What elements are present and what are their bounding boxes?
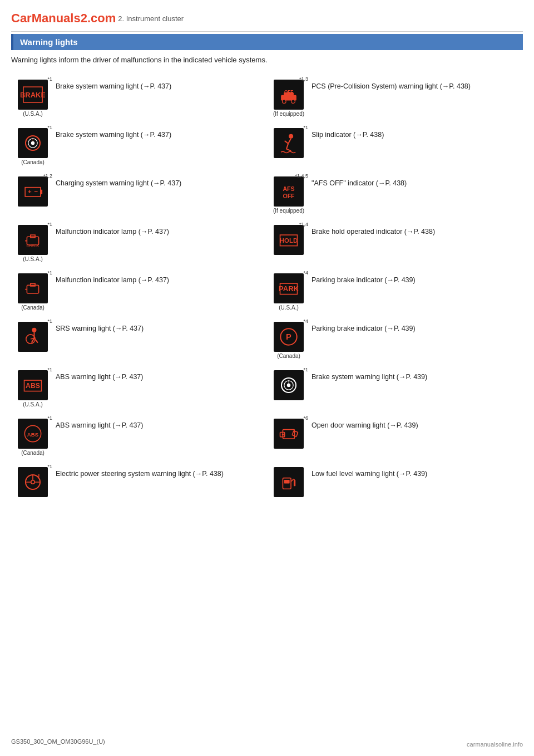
icon-wrapper-brake-canada: *1 ! (Canada) bbox=[16, 128, 50, 165]
icon-wrapper-door: *6 bbox=[271, 419, 306, 450]
item-description: Low fuel level warning light (→P. 439) bbox=[312, 467, 518, 479]
park-canada-svg: P bbox=[276, 325, 301, 349]
svg-rect-78 bbox=[284, 480, 290, 484]
list-item: *1 BRAKE (U.S.A.) Brake system warning l… bbox=[11, 74, 267, 122]
footer-doc-id: GS350_300_OM_OM30G96U_(U) bbox=[11, 738, 105, 745]
logo-carmanuals[interactable]: CarManuals2.com bbox=[11, 11, 116, 26]
icon-brake-sys: ! bbox=[274, 370, 304, 400]
icon-fuel bbox=[274, 467, 304, 497]
icon-abs-canada: ABS bbox=[18, 419, 48, 449]
list-item: *1 ! Electric power steering system bbox=[11, 462, 267, 506]
item-description: "AFS OFF" indicator (→P. 438) bbox=[312, 176, 518, 189]
svg-text:AFS: AFS bbox=[283, 185, 294, 192]
fuel-svg bbox=[276, 470, 301, 494]
watermark: carmanualsoline.info bbox=[467, 741, 523, 748]
svg-text:ABS: ABS bbox=[26, 382, 40, 390]
hold-svg: HOLD bbox=[276, 228, 301, 252]
icon-hold: HOLD bbox=[274, 225, 304, 255]
svg-point-44 bbox=[32, 328, 36, 332]
svg-point-15 bbox=[289, 134, 293, 139]
item-description: PCS (Pre-Collision System) warning light… bbox=[312, 80, 518, 92]
eps-svg: ! bbox=[21, 470, 45, 494]
svg-rect-81 bbox=[294, 480, 295, 486]
superscript: *1 bbox=[47, 464, 52, 469]
abs-usa-svg: ABS bbox=[21, 373, 45, 397]
superscript: *6 bbox=[303, 415, 308, 421]
svg-text:−: − bbox=[34, 188, 38, 195]
svg-point-60 bbox=[287, 384, 291, 387]
svg-text:PARK: PARK bbox=[279, 284, 299, 293]
svg-point-7 bbox=[283, 100, 286, 104]
svg-rect-36 bbox=[21, 276, 45, 301]
icon-wrapper-brake-sys: *1 ! bbox=[271, 370, 306, 401]
icon-brake-canada: ! bbox=[18, 128, 48, 158]
svg-text:BRAKE: BRAKE bbox=[21, 91, 45, 99]
svg-point-13 bbox=[31, 141, 35, 145]
item-description: Brake hold operated indicator (→P. 438) bbox=[312, 225, 518, 237]
list-item: *6 Open door warning light (→P. 439) bbox=[267, 413, 523, 462]
item-description: Electric power steering system warning l… bbox=[56, 467, 263, 479]
icon-wrapper-check-canada: *1 (Canada) bbox=[16, 273, 50, 311]
label-below: (Canada) bbox=[21, 450, 44, 456]
check-usa-svg: CHECK bbox=[21, 228, 45, 252]
svg-rect-22 bbox=[41, 190, 42, 194]
svg-rect-28 bbox=[21, 228, 45, 252]
item-description: Parking brake indicator (→P. 439) bbox=[312, 322, 518, 334]
brake-canada-svg: ! bbox=[21, 131, 45, 155]
svg-rect-69 bbox=[21, 470, 45, 494]
list-item: *4 PARK (U.S.A.) Parking brake indicator… bbox=[267, 268, 523, 316]
icon-wrapper-afs: *1,4,5 AFS OFF (If equipped) bbox=[271, 176, 306, 214]
list-item: *4 P (Canada) Parking brake indicator (→… bbox=[267, 316, 523, 365]
item-description: Parking brake indicator (→P. 439) bbox=[312, 273, 518, 286]
superscript: *1,4,5 bbox=[295, 173, 308, 179]
icon-check-usa: CHECK bbox=[18, 225, 48, 255]
icon-wrapper-abs-usa: *1 ABS (U.S.A.) bbox=[16, 370, 50, 408]
superscript: *1 bbox=[47, 318, 52, 324]
pcs-svg: OFF bbox=[276, 82, 301, 107]
svg-text:+: + bbox=[28, 188, 32, 195]
icon-wrapper-pcs: *1,3 OFF (If equipped) bbox=[271, 80, 306, 117]
icon-door bbox=[274, 419, 304, 449]
brake-usa-svg: BRAKE bbox=[21, 82, 45, 107]
label-below: (U.S.A.) bbox=[23, 401, 43, 408]
list-item: *1 ! Brake system warning light (→P. 439… bbox=[267, 365, 523, 413]
superscript: *1 bbox=[47, 222, 52, 227]
item-description: Charging system warning light (→P. 437) bbox=[56, 176, 263, 189]
srs-svg bbox=[21, 325, 45, 349]
item-description: ABS warning light (→P. 437) bbox=[56, 419, 263, 431]
icon-wrapper-eps: *1 ! bbox=[16, 467, 50, 498]
item-description: Malfunction indicator lamp (→P. 437) bbox=[56, 225, 263, 237]
svg-line-80 bbox=[294, 479, 295, 480]
park-usa-svg: PARK bbox=[276, 276, 301, 301]
icon-afs: AFS OFF bbox=[274, 176, 304, 207]
superscript: *1,2 bbox=[43, 173, 52, 179]
check-canada-svg bbox=[21, 276, 45, 301]
list-item: *1 SRS warning light (→P. 437) bbox=[11, 316, 267, 365]
label-below: (U.S.A.) bbox=[23, 111, 43, 117]
icon-wrapper-hold: *1,4 HOLD bbox=[271, 225, 306, 256]
item-description: Malfunction indicator lamp (→P. 437) bbox=[56, 273, 263, 286]
label-below: (Canada) bbox=[21, 159, 44, 165]
superscript: *4 bbox=[303, 318, 308, 324]
chapter-label: 2. Instrument cluster bbox=[118, 14, 184, 23]
icon-srs bbox=[18, 322, 48, 352]
brake-sys-svg: ! bbox=[276, 373, 301, 397]
list-item: *1 ! (Canada) Brake system warning light… bbox=[11, 122, 267, 171]
icon-abs-usa: ABS bbox=[18, 370, 48, 400]
label-below: (U.S.A.) bbox=[23, 256, 43, 262]
icon-wrapper-brake-usa: *1 BRAKE (U.S.A.) bbox=[16, 80, 50, 117]
list-item: *1 ABS (U.S.A.) ABS warning light (→P. 4… bbox=[11, 365, 267, 413]
abs-canada-svg: ABS bbox=[21, 421, 45, 446]
icon-pcs: OFF bbox=[274, 80, 304, 110]
svg-rect-6 bbox=[284, 92, 294, 97]
label-below: (U.S.A.) bbox=[279, 305, 299, 311]
svg-text:HOLD: HOLD bbox=[280, 237, 298, 244]
icon-wrapper-check-usa: *1 CHECK (U.S.A.) bbox=[16, 225, 50, 262]
icon-eps: ! bbox=[18, 467, 48, 497]
header: CarManuals2.com 2. Instrument cluster bbox=[11, 11, 523, 26]
superscript: *1,3 bbox=[299, 76, 308, 82]
icon-wrapper-fuel bbox=[271, 467, 306, 498]
list-item: *1 Slip indicator (→P bbox=[267, 122, 523, 171]
charging-svg: + − bbox=[21, 179, 45, 204]
svg-text:ABS: ABS bbox=[27, 431, 39, 438]
